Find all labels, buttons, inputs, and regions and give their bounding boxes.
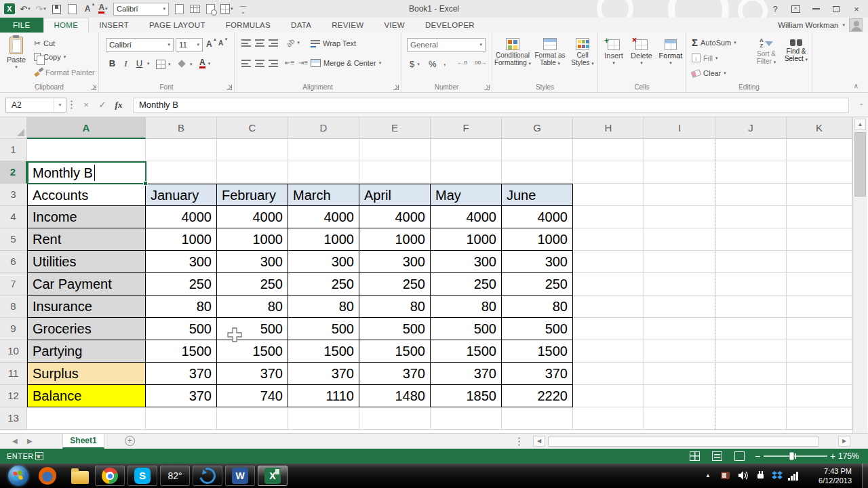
row-header-4[interactable]: 4 <box>0 206 27 228</box>
row-header-10[interactable]: 10 <box>0 340 27 363</box>
cell-K9[interactable] <box>787 318 852 340</box>
qat-font-name-box[interactable]: Calibri▾ <box>113 3 169 16</box>
decrease-decimal-button[interactable]: .00→ <box>473 60 486 66</box>
cell-A4[interactable]: Income <box>27 206 146 228</box>
cell-A8[interactable]: Insurance <box>27 296 146 318</box>
align-bottom-button[interactable] <box>269 39 278 47</box>
merge-center-button[interactable]: Merge & Center▾ <box>311 59 381 67</box>
cell-A10[interactable]: Partying <box>27 340 146 363</box>
cell-J5[interactable] <box>715 228 787 251</box>
increase-decimal-button[interactable]: ←.0 <box>457 60 467 66</box>
column-header-K[interactable]: K <box>787 117 852 139</box>
format-as-table-button[interactable]: Format asTable ▾ <box>533 38 567 66</box>
column-header-D[interactable]: D <box>288 117 359 139</box>
conditional-formatting-button[interactable]: ConditionalFormatting ▾ <box>494 38 532 66</box>
close-button[interactable]: × <box>848 2 865 16</box>
cell-B1[interactable] <box>146 139 217 161</box>
sheet-nav-left[interactable]: ◀ <box>12 434 18 449</box>
cell-G12[interactable]: 2220 <box>502 385 573 407</box>
cell-I6[interactable] <box>644 251 715 273</box>
cell-B2[interactable] <box>146 161 217 184</box>
delete-cells-button[interactable]: Delete▾ <box>628 39 655 65</box>
font-dialog-launcher[interactable] <box>226 85 232 90</box>
percent-style-button[interactable]: % <box>429 59 437 69</box>
cell-I12[interactable] <box>644 385 715 407</box>
enter-button[interactable]: ✓ <box>95 98 110 113</box>
clipboard-dialog-launcher[interactable] <box>91 85 96 90</box>
page-break-view-button[interactable] <box>734 451 745 461</box>
zoom-out-button[interactable]: − <box>755 449 760 464</box>
minimize-button[interactable] <box>807 2 825 16</box>
page-layout-view-button[interactable] <box>712 451 722 461</box>
cell-G9[interactable]: 500 <box>502 318 573 340</box>
sheet-tab-sheet1[interactable]: Sheet1 <box>62 434 104 449</box>
ribbon-display-options-button[interactable]: ˄ <box>787 2 804 16</box>
cell-B5[interactable]: 1000 <box>146 228 217 251</box>
cell-E6[interactable]: 300 <box>359 251 431 273</box>
cell-K2[interactable] <box>787 161 852 184</box>
expand-formula-bar-button[interactable]: ⌄ <box>859 100 864 106</box>
cell-E5[interactable]: 1000 <box>359 228 431 251</box>
excel-taskbar-button[interactable]: X <box>258 466 288 486</box>
cell-K11[interactable] <box>787 363 852 385</box>
cell-H12[interactable] <box>573 385 644 407</box>
cell-E13[interactable] <box>359 407 431 430</box>
cell-G7[interactable]: 250 <box>502 273 573 296</box>
volume-icon[interactable] <box>738 470 749 481</box>
tab-file[interactable]: FILE <box>0 18 43 33</box>
cell-E9[interactable]: 500 <box>359 318 431 340</box>
row-header-5[interactable]: 5 <box>0 228 27 251</box>
cell-C12[interactable]: 740 <box>217 385 288 407</box>
weather-taskbar-button[interactable]: 82° <box>160 466 190 486</box>
cell-B13[interactable] <box>146 407 217 430</box>
cell-H7[interactable] <box>573 273 644 296</box>
cell-B11[interactable]: 370 <box>146 363 217 385</box>
cell-J13[interactable] <box>715 407 787 430</box>
cell-K8[interactable] <box>787 296 852 318</box>
cell-J10[interactable] <box>715 340 787 363</box>
shrink-font-button[interactable]: A▾ <box>218 39 223 47</box>
cell-H9[interactable] <box>573 318 644 340</box>
cell-I3[interactable] <box>644 184 715 206</box>
sort-filter-button[interactable]: AZ Sort &Filter ▾ <box>751 38 781 65</box>
cell-I10[interactable] <box>644 340 715 363</box>
row-header-3[interactable]: 3 <box>0 184 27 206</box>
column-header-B[interactable]: B <box>146 117 217 139</box>
horizontal-scroll-thumb[interactable] <box>548 436 819 447</box>
cell-I7[interactable] <box>644 273 715 296</box>
cell-A9[interactable]: Groceries <box>27 318 146 340</box>
cell-K10[interactable] <box>787 340 852 363</box>
format-painter-button[interactable]: Format Painter <box>34 68 95 77</box>
cell-H2[interactable] <box>573 161 644 184</box>
word-taskbar-button[interactable]: W <box>225 466 255 486</box>
column-header-J[interactable]: J <box>715 117 787 139</box>
number-format-combo[interactable]: General▾ <box>407 38 486 52</box>
skype-taskbar-button[interactable]: S <box>127 466 157 486</box>
column-header-G[interactable]: G <box>502 117 573 139</box>
cell-A6[interactable]: Utilities <box>27 251 146 273</box>
grow-font-button[interactable]: A▴ <box>82 3 93 15</box>
cell-G4[interactable]: 4000 <box>502 206 573 228</box>
cell-J3[interactable] <box>715 184 787 206</box>
cell-K1[interactable] <box>787 139 852 161</box>
formula-input[interactable]: Monthly B <box>133 98 849 113</box>
cell-F8[interactable]: 80 <box>431 296 502 318</box>
row-header-2[interactable]: 2 <box>0 161 27 184</box>
cell-F7[interactable]: 250 <box>431 273 502 296</box>
tab-view[interactable]: VIEW <box>374 18 415 33</box>
underline-button[interactable]: U▾ <box>134 58 150 68</box>
font-color-button[interactable]: A▾ <box>199 59 210 68</box>
cell-D7[interactable]: 250 <box>288 273 359 296</box>
grow-font-button[interactable]: A▴ <box>206 39 212 49</box>
account-area[interactable]: William Workman ▾ <box>778 18 863 33</box>
clock[interactable]: 7:43 PM 6/12/2013 <box>807 466 852 485</box>
cell-G1[interactable] <box>502 139 573 161</box>
cell-E11[interactable]: 370 <box>359 363 431 385</box>
row-header-7[interactable]: 7 <box>0 273 27 296</box>
normal-view-button[interactable] <box>690 451 700 461</box>
cell-C7[interactable]: 250 <box>217 273 288 296</box>
cell-I13[interactable] <box>644 407 715 430</box>
chrome-taskbar-button[interactable] <box>95 466 125 486</box>
cell-J1[interactable] <box>715 139 787 161</box>
tab-bar-splitter[interactable] <box>518 436 520 446</box>
